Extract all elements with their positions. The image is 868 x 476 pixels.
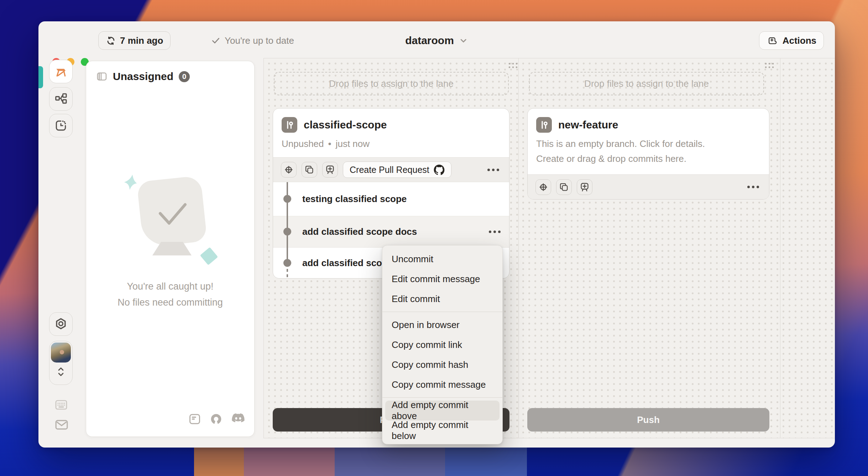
sidebar-tab-history[interactable]: [49, 114, 73, 137]
chevron-up-down-icon: [56, 365, 66, 378]
commit-row[interactable]: add classified scope docs: [273, 216, 509, 247]
empty-branch-line2: Create or drag & drop commits here.: [536, 151, 760, 166]
chevron-down-icon: [459, 36, 468, 45]
fetch-sync-button[interactable]: 7 min ago: [98, 31, 171, 50]
lane1-drop-zone[interactable]: Drop files to assign to the lane: [274, 72, 509, 95]
commit-row[interactable]: testing classified scope: [273, 182, 509, 216]
new-dependent-branch-button[interactable]: [322, 162, 338, 178]
new-dependent-branch-button[interactable]: [577, 179, 592, 195]
menu-item-edit-commit-message[interactable]: Edit commit message: [382, 269, 502, 289]
menu-item-edit-commit[interactable]: Edit commit: [382, 289, 502, 309]
lane-drag-handle[interactable]: [507, 61, 518, 69]
menu-divider: [382, 397, 502, 398]
feedback-mail-icon[interactable]: [55, 419, 68, 430]
push-label: Push: [637, 414, 660, 425]
unassigned-title: Unassigned: [113, 70, 173, 83]
copy-branch-button[interactable]: [556, 179, 572, 195]
up-to-date-status: You're up to date: [211, 31, 294, 50]
diamond-icon: [200, 247, 218, 265]
lane-divider: [780, 58, 780, 438]
branch-icon: [282, 117, 297, 133]
gear-icon: [54, 317, 68, 331]
meta-separator: •: [328, 138, 331, 149]
commit-time: just now: [336, 138, 370, 149]
lanes-canvas: Drop files to assign to the lane classif…: [263, 58, 835, 438]
commit-message: add classified sco: [302, 258, 382, 269]
pr-button-label: Create Pull Request: [350, 165, 429, 175]
commit-rail: [287, 182, 288, 263]
branch-graph-icon: [54, 92, 68, 106]
sidebar-tab-workspace[interactable]: [49, 60, 73, 83]
keyboard-shortcuts-icon[interactable]: [55, 400, 68, 410]
commit-dot: [283, 195, 291, 203]
discord-icon[interactable]: [231, 413, 245, 425]
branch-name: new-feature: [558, 119, 618, 131]
lane2-drop-zone[interactable]: Drop files to assign to the lane: [529, 72, 764, 95]
history-clock-icon: [54, 119, 68, 132]
empty-subtitle: No files need committing: [86, 297, 254, 308]
commit-target-button[interactable]: [535, 179, 551, 195]
commit-context-menu: Uncommit Edit commit message Edit commit…: [382, 245, 503, 444]
branch-card-new-feature[interactable]: new-feature This is an empty branch. Cli…: [527, 108, 769, 200]
menu-item-copy-commit-link[interactable]: Copy commit link: [382, 335, 502, 355]
check-icon: [211, 36, 220, 45]
project-switcher[interactable]: dataroom: [405, 31, 468, 50]
big-check-icon: [151, 196, 194, 235]
branch-kebab-menu[interactable]: [745, 184, 761, 190]
empty-title: You're all caught up!: [86, 281, 254, 292]
commit-dot: [283, 228, 291, 236]
up-to-date-label: You're up to date: [225, 35, 294, 46]
sidebar-tab-branches[interactable]: [49, 87, 73, 111]
branch-icon: [536, 117, 552, 133]
menu-item-add-empty-commit-below[interactable]: Add empty commit below: [382, 421, 502, 440]
sync-icon: [106, 36, 116, 46]
commit-kebab-menu[interactable]: [487, 228, 503, 235]
unassigned-count-badge: 0: [179, 71, 190, 82]
fetch-time-label: 7 min ago: [120, 35, 163, 46]
split-panel-icon: [96, 71, 108, 82]
open-source-icon[interactable]: [210, 413, 223, 425]
active-tab-indicator: [38, 66, 43, 88]
project-name: dataroom: [405, 35, 454, 47]
menu-item-copy-commit-hash[interactable]: Copy commit hash: [382, 355, 502, 375]
lane-drag-handle[interactable]: [763, 61, 774, 69]
drop-zone-hint: Drop files to assign to the lane: [329, 78, 454, 89]
push-status: Unpushed: [282, 138, 324, 149]
branch-kebab-menu[interactable]: [485, 166, 501, 173]
user-account-switcher[interactable]: [49, 341, 73, 385]
menu-item-copy-commit-message[interactable]: Copy commit message: [382, 375, 502, 395]
menu-item-uncommit[interactable]: Uncommit: [382, 249, 502, 269]
actions-button[interactable]: Actions: [759, 31, 824, 50]
commit-dot: [283, 259, 291, 267]
desktop-wallpaper: 7 min ago You're up to date dataroom Act…: [0, 0, 868, 476]
commit-message: testing classified scope: [302, 194, 407, 205]
commit-target-button[interactable]: [281, 162, 297, 178]
unassigned-panel: Unassigned 0 You're all caught up! No fi: [86, 61, 255, 437]
settings-button[interactable]: [49, 312, 73, 336]
menu-divider: [382, 312, 502, 312]
empty-branch-line1: This is an empty branch. Click for detai…: [536, 136, 760, 151]
butler-table-icon: [54, 64, 68, 79]
lane-divider: [518, 58, 519, 438]
ai-actions-icon: [767, 35, 778, 47]
empty-state: You're all caught up! No files need comm…: [86, 179, 254, 308]
copy-branch-button[interactable]: [302, 162, 317, 178]
menu-item-add-empty-commit-above[interactable]: Add empty commit above: [385, 401, 500, 421]
actions-label: Actions: [783, 35, 816, 46]
commit-message: add classified scope docs: [302, 226, 417, 237]
push-button-new-feature[interactable]: Push: [527, 408, 769, 432]
github-icon: [434, 164, 445, 175]
branch-name: classified-scope: [304, 119, 387, 131]
create-pull-request-button[interactable]: Create Pull Request: [343, 162, 451, 178]
changelog-icon[interactable]: [188, 413, 201, 425]
menu-item-open-in-browser[interactable]: Open in browser: [382, 315, 502, 335]
avatar: [51, 343, 71, 363]
drop-zone-hint: Drop files to assign to the lane: [584, 78, 709, 89]
